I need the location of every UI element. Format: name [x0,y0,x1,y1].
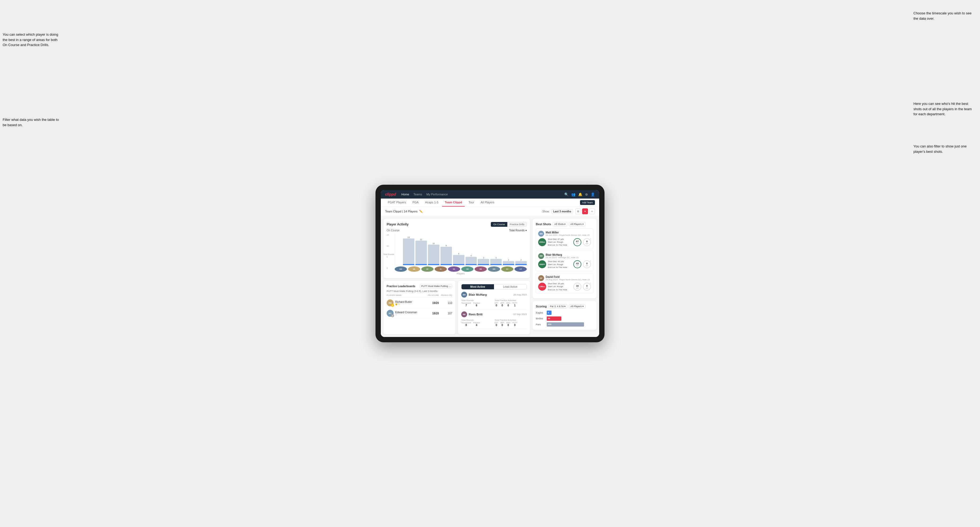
stat-value: 0 [508,304,509,307]
tab-bar: PGAT Players PGA Hcaps 1-5 Team Clippd T… [381,198,599,207]
nav-my-performance[interactable]: My Performance [426,193,448,196]
bar-highlight [403,264,414,265]
table-row: EC 2 Edward Crossman ② 18/20 107 [387,308,452,319]
chevron-right-icon[interactable]: › [590,281,591,285]
shot-badge: 200SG [538,238,546,246]
grid-view-icon[interactable]: ⊞ [575,208,581,214]
nav-links: Home Teams My Performance [401,193,448,196]
search-icon[interactable]: 🔍 [564,192,568,197]
annotation-top-right: Choose the timescale you wish to see the… [913,11,972,21]
bell-icon[interactable]: 🔔 [578,192,582,197]
bar-group: 5 [453,253,465,265]
view-icons: ⊞ ♥ ≡ [575,208,595,214]
rounds-section: Total Rounds Tournament 8 Practice [461,319,493,327]
avatar: RB [461,311,467,317]
add-team-button[interactable]: Add Team [580,200,595,205]
avatar: EC 2 [387,310,394,317]
table-row: RB 1 Richard Butler 😊 ① 19/20 110 [387,298,452,308]
stat-num: 16 [576,284,579,287]
bar [478,259,489,265]
tab-tour[interactable]: Tour [466,198,477,206]
eagles-label: Eagles [536,311,545,314]
bar-highlight [466,264,477,265]
sub-header: Team Clippd | 14 Players ✏️ Show: Last 3… [381,207,599,216]
player-detail: 24 Aug 2023 · Royal North Devon GC, Hole… [546,278,590,281]
list-item: RB Rees Britt 02 Sep 2023 Total Rounds T… [461,311,527,329]
chevron-down-icon: ▾ [564,305,566,308]
left-panel: Player Activity On Course Practice Drill… [383,219,530,334]
best-shots-card: Best Shots All Shots ▾ All Players ▾ [533,219,597,298]
bar-value: 4 [471,255,472,257]
bar [441,247,452,265]
table-view-icon[interactable]: ≡ [589,208,595,214]
scoring-par-dropdown[interactable]: Par 3, 4 & 5s ▾ [548,304,567,308]
player-info: Blair McHarg 23 Jul 2023 · Aldridge GC, … [546,253,578,259]
all-players-dropdown[interactable]: All Players ▾ [569,222,585,226]
scoring-header: Scoring Par 3, 4 & 5s ▾ All Players ▾ [536,304,593,308]
shot-player-header: DF David Ford 24 Aug 2023 · Royal North … [538,275,591,281]
edit-icon[interactable]: ✏️ [419,210,423,213]
bar-group: 13 [403,237,414,265]
bar-group: 2 [503,259,514,265]
stat-label: PUTT [512,322,517,324]
tab-hcaps[interactable]: Hcaps 1-5 [422,198,441,206]
chevron-right-icon[interactable]: › [590,259,591,263]
tab-team-clippd[interactable]: Team Clippd [442,198,465,206]
chevron-right-icon[interactable]: › [590,237,591,241]
bar [453,255,465,265]
practice-drills-toggle[interactable]: Practice Drills [508,222,527,227]
bar [490,259,502,265]
player-rank-icon: ② [395,314,426,316]
stat-value: 0 [501,304,503,307]
bar-value: 3 [496,257,497,259]
shot-player-header: BM Blair McHarg 23 Jul 2023 · Aldridge G… [538,253,591,259]
tab-all-players[interactable]: All Players [478,198,497,206]
stat-value: 0 [501,324,503,327]
nav-teams[interactable]: Teams [414,193,422,196]
on-course-toggle[interactable]: On Course [491,222,508,227]
stat-item: GTT 0 [495,322,498,327]
active-player-header: BM Blair McHarg 26 Aug 2023 [461,292,527,298]
y-axis-0: 0 [387,267,389,269]
avatar: DF [538,275,544,281]
least-active-tab[interactable]: Least Active [494,284,527,289]
user-icon[interactable]: 👤 [591,192,595,197]
player-rank-icon: 😊 ① [395,303,426,306]
player-name: Edward Crossman [395,311,426,314]
stat-label: Practice [473,302,480,304]
chart-dropdown[interactable]: Total Rounds ▾ [509,229,527,232]
player-score: 19/20 [426,302,439,305]
stat-label: APP [500,322,504,324]
list-view-icon[interactable]: ♥ [582,208,588,214]
shot-item: BM Blair McHarg 23 Jul 2023 · Aldridge G… [536,251,593,271]
rank-badge-gold: 1 [391,304,394,307]
tab-pgat-players[interactable]: PGAT Players [385,198,409,206]
time-filter-dropdown[interactable]: Last 3 months [551,209,573,214]
stat-label: APP [500,302,504,304]
avatar-small: BM [395,267,407,272]
avatar-small: EE [448,267,460,272]
add-icon[interactable]: ⊕ [585,192,588,197]
stat-unit: yds [576,265,578,267]
bar-highlight [515,264,527,265]
drill-dropdown[interactable]: PUTT Must Make Putting ... [420,284,452,288]
chart-sub-header: On Course Total Rounds ▾ [387,229,527,232]
users-icon[interactable]: 👥 [571,192,576,197]
nav-home[interactable]: Home [401,193,409,196]
card-header: Player Activity On Course Practice Drill… [387,222,527,227]
tab-pga[interactable]: PGA [410,198,421,206]
bar-highlight [428,264,439,265]
player-name: Blair McHarg [469,293,487,296]
shot-badge: 200SG [538,260,546,268]
avatar-small: JC [434,267,447,272]
scoring-players-dropdown[interactable]: All Players ▾ [569,304,585,308]
shot-item: DF David Ford 24 Aug 2023 · Royal North … [536,273,593,294]
player-avg: 110 [439,302,452,305]
scoring-row-pars: Pars 499 [536,322,593,327]
most-active-tab[interactable]: Most Active [461,284,494,289]
show-label: Show: [542,210,550,213]
x-axis-label: Players [395,272,527,275]
all-shots-dropdown[interactable]: All Shots ▾ [552,222,567,226]
section-title: Total Practice Activities [495,299,527,302]
scoring-row-birdies: Birdies 96 [536,316,593,321]
